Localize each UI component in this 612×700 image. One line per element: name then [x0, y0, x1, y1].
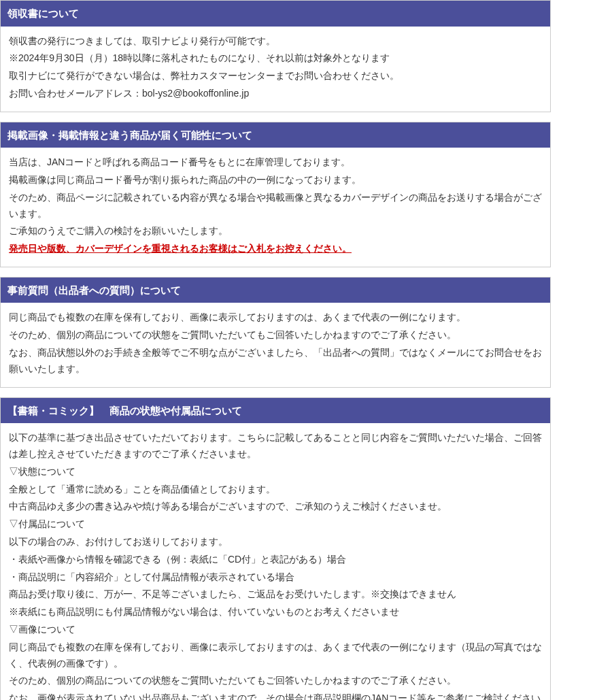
books-accessory-4: 商品お受け取り後に、万が一、不足等ございましたら、ご返品をお受けいたします。※交… [9, 586, 542, 603]
question-text-3: なお、商品状態以外のお手続き全般等でご不明な点がございましたら、「出品者への質問… [9, 345, 542, 378]
receipt-header: 領収書について [1, 1, 550, 27]
different-product-section: 掲載画像・掲載情報と違う商品が届く可能性について 当店は、JANコードと呼ばれる… [0, 122, 551, 267]
receipt-text-4: お問い合わせメールアドレス：bol-ys2@bookoffonline.jp [9, 86, 542, 102]
question-header: 事前質問（出品者への質問）について [1, 278, 550, 303]
books-accessory-1: 以下の場合のみ、お付けしてお送りしております。 [9, 534, 542, 550]
receipt-text-3: 取引ナビにて発行ができない場合は、弊社カスタマーセンターまでお問い合わせください… [9, 68, 542, 84]
receipt-text-2: ※2024年9月30日（月）18時以降に落札されたものになり、それ以前は対象外と… [9, 50, 542, 67]
question-body: 同じ商品でも複数の在庫を保有しており、画像に表示しておりますのは、あくまで代表の… [1, 303, 550, 386]
different-text-warning: 発売日や版数、カバーデザインを重視されるお客様はご入札をお控えください。 [9, 241, 542, 257]
books-section: 【書籍・コミック】 商品の状態や付属品について 以下の基準に基づき出品させていた… [0, 397, 551, 700]
books-condition-heading: ▽状態について [9, 464, 542, 480]
different-product-body: 当店は、JANコードと呼ばれる商品コード番号をもとに在庫管理しております。 掲載… [1, 148, 550, 267]
receipt-section: 領収書について 領収書の発行につきましては、取引ナビより発行が可能です。 ※20… [0, 0, 551, 112]
different-text-4: ご承知のうえでご購入の検討をお願いいたします。 [9, 223, 542, 239]
receipt-text-1: 領収書の発行につきましては、取引ナビより発行が可能です。 [9, 33, 542, 50]
books-accessory-heading: ▽付属品について [9, 516, 542, 533]
books-image-2: そのため、個別の商品についての状態をご質問いただいてもご回答いたしかねますのでご… [9, 673, 542, 689]
books-accessory-5: ※表紙にも商品説明にも付属品情報がない場合は、付いていないものとお考えくださいま… [9, 604, 542, 620]
books-intro: 以下の基準に基づき出品させていただいております。こちらに記載してあることと同じ内… [9, 430, 542, 463]
books-image-heading: ▽画像について [9, 622, 542, 638]
books-image-3: なお、画像が表示されていない出品商品もございますので、その場合は商品説明欄のJA… [9, 690, 542, 700]
books-condition-1: 全般として「通常に読める」ことを商品価値としております。 [9, 482, 542, 498]
books-accessory-2: ・表紙や画像から情報を確認できる（例：表紙に「CD付」と表記がある）場合 [9, 552, 542, 568]
different-text-3: そのため、商品ページに記載されている内容が異なる場合や掲載画像と異なるカバーデザ… [9, 190, 542, 222]
question-text-2: そのため、個別の商品についての状態をご質問いただいてもご回答いたしかねますのでご… [9, 327, 542, 344]
different-text-2: 掲載画像は同じ商品コード番号が割り振られた商品の中の一例になっております。 [9, 172, 542, 188]
receipt-body: 領収書の発行につきましては、取引ナビより発行が可能です。 ※2024年9月30日… [1, 27, 550, 112]
books-condition-2: 中古商品ゆえ多少の書き込みや焼け等ある場合がございますので、ご承知のうえご検討く… [9, 499, 542, 515]
question-section: 事前質問（出品者への質問）について 同じ商品でも複数の在庫を保有しており、画像に… [0, 277, 551, 388]
books-header: 【書籍・コミック】 商品の状態や付属品について [1, 398, 550, 424]
different-product-header: 掲載画像・掲載情報と違う商品が届く可能性について [1, 122, 550, 148]
books-body: 以下の基準に基づき出品させていただいております。こちらに記載してあることと同じ内… [1, 423, 550, 700]
different-text-1: 当店は、JANコードと呼ばれる商品コード番号をもとに在庫管理しております。 [9, 154, 542, 171]
question-text-1: 同じ商品でも複数の在庫を保有しており、画像に表示しておりますのは、あくまで代表の… [9, 310, 542, 326]
books-accessory-3: ・商品説明に「内容紹介」として付属品情報が表示されている場合 [9, 569, 542, 586]
books-image-1: 同じ商品でも複数の在庫を保有しており、画像に表示しておりますのは、あくまで代表の… [9, 639, 542, 672]
